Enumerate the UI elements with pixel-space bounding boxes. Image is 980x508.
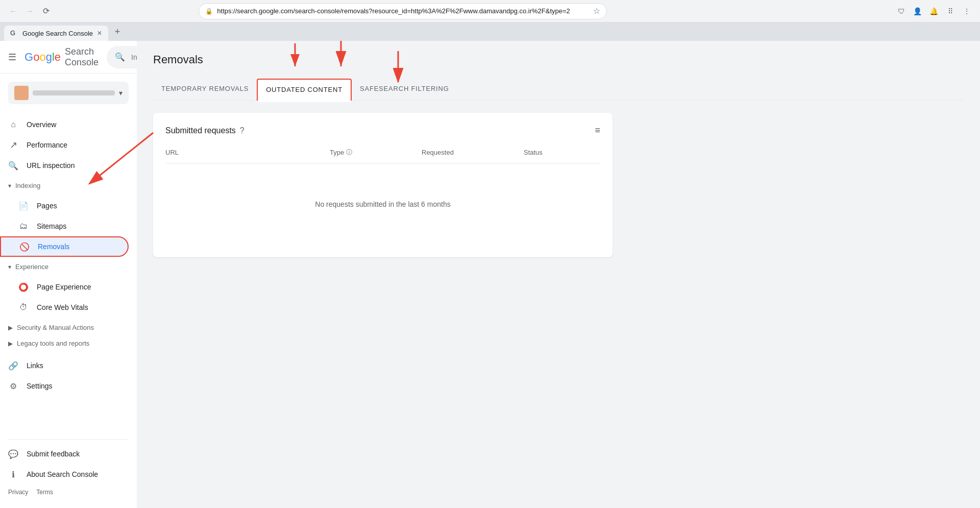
- sidebar: ☰ Google Search Console 🔍 ? 👥 🔔: [0, 41, 137, 508]
- sidebar-item-label-core-web-vitals: Core Web Vitals: [37, 303, 88, 311]
- sidebar-item-label-page-experience: Page Experience: [37, 283, 91, 291]
- security-section-header[interactable]: ▶ Security & Manual Actions: [0, 320, 137, 335]
- filter-icon[interactable]: ≡: [595, 125, 600, 136]
- sidebar-item-label-about: About Search Console: [27, 470, 98, 478]
- legacy-chevron-icon: ▶: [8, 340, 13, 347]
- card-title: Submitted requests ?: [165, 126, 244, 135]
- card-title-text: Submitted requests: [165, 126, 236, 135]
- profile-icon[interactable]: 👤: [911, 4, 925, 18]
- feedback-icon: 💬: [8, 449, 18, 459]
- security-section-label: Security & Manual Actions: [17, 324, 94, 331]
- sidebar-item-page-experience[interactable]: ⭕ Page Experience: [0, 277, 129, 297]
- browser-nav-buttons: ← → ⟳: [6, 4, 53, 18]
- type-help-icon[interactable]: ⓘ: [346, 148, 352, 157]
- sidebar-item-overview[interactable]: ⌂ Overview: [0, 114, 129, 135]
- page-experience-icon: ⭕: [18, 282, 29, 292]
- info-icon: ℹ: [8, 470, 18, 479]
- sidebar-item-label-url-inspection: URL inspection: [27, 161, 75, 170]
- hamburger-icon: ☰: [8, 52, 16, 63]
- property-selector[interactable]: ▾: [8, 82, 129, 104]
- experience-section-label: Experience: [15, 263, 48, 271]
- pages-icon: 📄: [18, 201, 29, 211]
- tab-temporary-removals[interactable]: TEMPORARY REMOVALS: [153, 79, 257, 101]
- browser-tab[interactable]: G Google Search Console ✕: [4, 26, 108, 41]
- indexing-section-label: Indexing: [15, 182, 40, 189]
- sidebar-item-url-inspection[interactable]: 🔍 URL inspection: [0, 155, 129, 176]
- tab-outdated-content[interactable]: OUTDATED CONTENT: [257, 79, 352, 101]
- search-bar[interactable]: 🔍: [107, 46, 137, 68]
- sidebar-item-removals[interactable]: 🚫 Removals: [0, 236, 129, 257]
- sidebar-item-label-sitemaps: Sitemaps: [37, 222, 66, 230]
- menu-icon[interactable]: ⋮: [960, 4, 974, 18]
- links-icon: 🔗: [8, 361, 18, 371]
- col-header-url: URL: [165, 148, 330, 157]
- nav-section-experience: ⭕ Page Experience ⏱ Core Web Vitals: [0, 275, 137, 320]
- sidebar-item-links[interactable]: 🔗 Links: [0, 355, 129, 376]
- tab-bar: G Google Search Console ✕ +: [0, 22, 980, 41]
- search-input[interactable]: [131, 53, 137, 61]
- experience-section-header[interactable]: ▾ Experience: [0, 259, 137, 275]
- card-help-icon[interactable]: ?: [240, 126, 244, 135]
- property-icon: [14, 86, 29, 100]
- nav-section-indexing: 📄 Pages 🗂 Sitemaps 🚫 Removals: [0, 193, 137, 259]
- privacy-link[interactable]: Privacy: [8, 489, 28, 496]
- hamburger-menu-button[interactable]: ☰: [8, 47, 16, 67]
- col-header-requested: Requested: [422, 148, 524, 157]
- col-header-status: Status: [524, 148, 600, 157]
- tab-safesearch[interactable]: SAFESEARCH FILTERING: [352, 79, 457, 101]
- address-bar[interactable]: 🔒 https://search.google.com/search-conso…: [199, 3, 607, 19]
- sidebar-item-settings[interactable]: ⚙ Settings: [0, 376, 129, 396]
- sidebar-item-about[interactable]: ℹ About Search Console: [0, 464, 129, 485]
- col-url-label: URL: [165, 149, 179, 156]
- sidebar-item-sitemaps[interactable]: 🗂 Sitemaps: [0, 216, 129, 236]
- page-title: Removals: [153, 53, 964, 66]
- col-type-label: Type: [330, 149, 344, 156]
- legacy-section-header[interactable]: ▶ Legacy tools and reports: [0, 335, 137, 351]
- url-text: https://search.google.com/search-console…: [217, 7, 589, 15]
- sidebar-item-label-submit-feedback: Submit feedback: [27, 450, 80, 458]
- terms-link[interactable]: Terms: [36, 489, 53, 496]
- property-chevron-icon: ▾: [119, 89, 122, 97]
- sidebar-item-core-web-vitals[interactable]: ⏱ Core Web Vitals: [0, 297, 129, 318]
- extensions-icon[interactable]: 🛡: [894, 4, 909, 18]
- sitemaps-icon: 🗂: [18, 222, 29, 231]
- search-small-icon: 🔍: [8, 161, 18, 171]
- sidebar-item-label-removals: Removals: [38, 243, 69, 251]
- tab-label-safesearch: SAFESEARCH FILTERING: [360, 85, 449, 92]
- content-tabs: TEMPORARY REMOVALS OUTDATED CONTENT SAFE…: [153, 79, 964, 101]
- settings-icon: ⚙: [8, 381, 18, 391]
- app-name: Search Console: [65, 46, 99, 68]
- nav-section-main: ⌂ Overview ↗ Performance 🔍 URL inspectio…: [0, 112, 137, 178]
- sidebar-top: ▾: [0, 74, 137, 112]
- sidebar-footer: Privacy Terms: [0, 485, 137, 500]
- sidebar-item-submit-feedback[interactable]: 💬 Submit feedback: [0, 444, 129, 464]
- back-button[interactable]: ←: [6, 4, 20, 18]
- tab-favicon: G: [10, 29, 18, 37]
- sidebar-item-performance[interactable]: ↗ Performance: [0, 135, 129, 155]
- new-tab-button[interactable]: +: [110, 25, 125, 39]
- logo-container: Google Search Console: [24, 46, 99, 68]
- tab-label-outdated: OUTDATED CONTENT: [266, 86, 342, 93]
- sidebar-item-label-pages: Pages: [37, 202, 57, 210]
- arrow-tab-overlay: [336, 69, 337, 70]
- empty-state-message: No requests submitted in the last 6 mont…: [315, 200, 450, 208]
- browser-notifications-icon[interactable]: 🔔: [927, 4, 941, 18]
- empty-state: No requests submitted in the last 6 mont…: [165, 163, 600, 245]
- core-web-vitals-icon: ⏱: [18, 303, 29, 312]
- indexing-section-header[interactable]: ▾ Indexing: [0, 178, 137, 193]
- lock-icon: 🔒: [205, 8, 213, 15]
- sidebar-item-pages[interactable]: 📄 Pages: [0, 196, 129, 216]
- search-icon: 🔍: [115, 52, 125, 62]
- app-header: ☰ Google Search Console 🔍 ? 👥 🔔: [0, 41, 137, 74]
- sidebar-item-label-performance: Performance: [27, 141, 67, 149]
- forward-button[interactable]: →: [22, 4, 37, 18]
- bookmark-icon[interactable]: ☆: [593, 6, 600, 16]
- sidebar-item-label-overview: Overview: [27, 120, 56, 129]
- sidebar-divider: [8, 439, 129, 440]
- indexing-chevron-icon: ▾: [8, 182, 11, 189]
- reload-button[interactable]: ⟳: [39, 4, 53, 18]
- apps-icon[interactable]: ⠿: [943, 4, 958, 18]
- card-header: Submitted requests ? ≡: [165, 125, 600, 136]
- tab-close-button[interactable]: ✕: [97, 30, 102, 37]
- col-header-type: Type ⓘ: [330, 148, 422, 157]
